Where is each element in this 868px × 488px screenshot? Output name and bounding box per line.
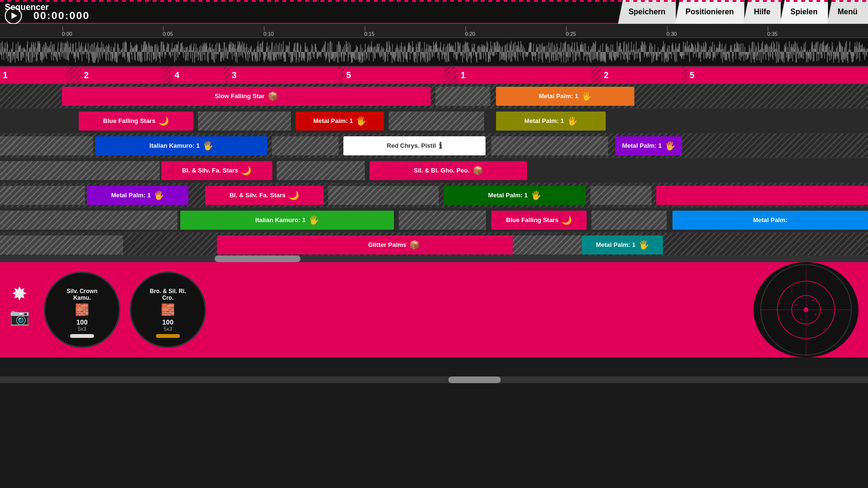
camera-icon: 📷 bbox=[10, 307, 30, 326]
star-icon: 🌙 bbox=[241, 165, 251, 176]
segment-3[interactable]: 3 bbox=[229, 67, 339, 84]
clip-metal-palm-purple2[interactable]: Metal Palm: 1 🖐 bbox=[87, 186, 188, 205]
sub-badge: 5x3 bbox=[78, 326, 86, 332]
clip-bl-silv-fa-stars[interactable]: Bl. & Silv. Fa. Stars 🌙 bbox=[161, 161, 272, 180]
ruler-marks: 0:00 0:05 0:10 0:15 0:20 0:25 0:30 0:35 bbox=[62, 25, 868, 37]
segment-5[interactable]: 5 bbox=[343, 67, 444, 84]
box-icon: 📦 bbox=[473, 165, 483, 176]
ruler-mark: 0:05 bbox=[163, 25, 263, 37]
info-icon: ℹ bbox=[439, 141, 442, 151]
bottom-scrollbar-thumb[interactable] bbox=[448, 376, 501, 383]
star-icon: 🌙 bbox=[158, 116, 169, 126]
track-row: Glitter Palms 📦 Metal Palm: 1 🖐 bbox=[0, 233, 868, 255]
clip-hatched bbox=[435, 87, 490, 106]
clip-metal-palm-cyan[interactable]: Metal Palm: bbox=[672, 211, 868, 230]
track-row: Metal Palm: 1 🖐 Bl. & Silv. Fa. Stars 🌙 … bbox=[0, 183, 868, 208]
clip-icon: 📦 bbox=[268, 91, 278, 102]
clip-hatched bbox=[0, 186, 85, 205]
palm-icon: 🖐 bbox=[154, 190, 164, 201]
clip-hatched bbox=[198, 112, 291, 131]
track-row: Italian Kamuro: 1 🖐 Blue Falling Stars 🌙… bbox=[0, 208, 868, 233]
ruler-mark: 0:25 bbox=[566, 25, 666, 37]
palm-icon: 🖐 bbox=[581, 91, 592, 102]
segment-gap bbox=[67, 67, 81, 84]
scrollbar-thumb[interactable] bbox=[215, 255, 300, 262]
palm-icon: 🖐 bbox=[309, 215, 319, 225]
clip-bl-silv-fa-stars2[interactable]: Bl. & Silv. Fa. Stars 🌙 bbox=[205, 186, 323, 205]
clip-metal-palm-orange[interactable]: Metal Palm: 1 🖐 bbox=[496, 87, 634, 106]
clip-hatched bbox=[0, 161, 160, 180]
bottom-panel: ✸ 📷 ▲| Silv. Crown Kamu. 🧱 100 5x3 Bro. … bbox=[0, 262, 868, 357]
clip-slow-falling-star[interactable]: Slow Falling Star 📦 bbox=[62, 87, 431, 106]
segment-2b[interactable]: 2 bbox=[601, 67, 682, 84]
ruler-mark: 0:15 bbox=[364, 25, 465, 37]
clip-blue-falling-stars[interactable]: Blue Falling Stars 🌙 bbox=[79, 112, 193, 131]
effect-name: Bro. & Sil. Ri. Cro. bbox=[150, 288, 186, 301]
position-button[interactable]: Positionieren bbox=[675, 0, 744, 24]
star-icon: 🌙 bbox=[561, 215, 572, 225]
clip-sil-bl-gho[interactable]: Sil. & Bl. Gho. Peo. 📦 bbox=[370, 161, 527, 180]
segment-gap bbox=[682, 67, 687, 84]
clip-hatched bbox=[328, 186, 439, 205]
svg-point-6 bbox=[796, 304, 797, 306]
count-badge: 100 bbox=[76, 318, 87, 326]
tracks-area: Slow Falling Star 📦 Metal Palm: 1 🖐 Blue… bbox=[0, 84, 868, 255]
clip-hatched bbox=[513, 235, 586, 254]
clip-hatched bbox=[399, 211, 486, 230]
segment-1[interactable]: 1 bbox=[0, 67, 67, 84]
track-row: Blue Falling Stars 🌙 Metal Palm: 1 🖐 Met… bbox=[0, 109, 868, 133]
palm-icon: 🖐 bbox=[203, 141, 213, 151]
effect-silv-crown[interactable]: Silv. Crown Kamu. 🧱 100 5x3 bbox=[44, 272, 120, 348]
help-button[interactable]: Hilfe bbox=[744, 0, 781, 24]
waveform bbox=[0, 38, 868, 67]
clip-italian-kamuro2[interactable]: Italian Kamuro: 1 🖐 bbox=[180, 211, 394, 230]
clip-blue-falling-stars2[interactable]: Blue Falling Stars 🌙 bbox=[491, 211, 587, 230]
segment-5b[interactable]: 5 bbox=[687, 67, 868, 84]
save-button[interactable]: Speichern bbox=[618, 0, 676, 24]
app-title: Sequencer bbox=[5, 2, 49, 12]
clip-metal-palm-teal[interactable]: Metal Palm: 1 🖐 bbox=[582, 235, 663, 254]
ruler-mark: 0:30 bbox=[667, 25, 767, 37]
clip-hatched bbox=[591, 211, 667, 230]
segment-1b[interactable]: 1 bbox=[458, 67, 591, 84]
ruler-mark: 0:10 bbox=[264, 25, 364, 37]
segment-gap bbox=[444, 67, 458, 84]
svg-point-10 bbox=[791, 290, 793, 292]
svg-point-5 bbox=[804, 307, 808, 312]
clip-metal-palm-dkgreen[interactable]: Metal Palm: 1 🖐 bbox=[444, 186, 586, 205]
play-nav-button[interactable]: Spielen bbox=[780, 0, 828, 24]
crosshair-panel bbox=[754, 262, 858, 357]
clip-pink-end[interactable] bbox=[656, 186, 868, 205]
color-bar bbox=[70, 334, 94, 338]
segment-2[interactable]: 2 bbox=[81, 67, 162, 84]
ruler-mark: 0:00 bbox=[62, 25, 163, 37]
palm-icon: 🖐 bbox=[567, 116, 578, 126]
segment-gap bbox=[224, 67, 229, 84]
track-row: Slow Falling Star 📦 Metal Palm: 1 🖐 bbox=[0, 84, 868, 109]
palm-icon: 🖐 bbox=[665, 141, 675, 151]
clip-hatched bbox=[0, 235, 123, 254]
clip-hatched bbox=[590, 186, 651, 205]
starburst-icon: ✸ bbox=[11, 283, 28, 305]
segment-4[interactable]: 4 bbox=[172, 67, 224, 84]
clip-metal-palm-red[interactable]: Metal Palm: 1 🖐 bbox=[296, 112, 384, 131]
effect-bro-sil[interactable]: Bro. & Sil. Ri. Cro. 🧱 100 5x3 bbox=[130, 272, 206, 348]
menu-button[interactable]: Menü bbox=[827, 0, 868, 24]
clip-metal-palm-purple[interactable]: Metal Palm: 1 🖐 bbox=[615, 136, 682, 155]
clip-red-chrys[interactable]: Red Chrys. Pistil ℹ bbox=[343, 136, 486, 155]
bottom-scrollbar-area[interactable] bbox=[0, 376, 868, 383]
clip-hatched bbox=[272, 136, 339, 155]
clip-italian-kamuro[interactable]: Italian Kamuro: 1 🖐 bbox=[95, 136, 267, 155]
crosshair-svg bbox=[758, 262, 854, 357]
header: Sequencer 00:00:000 Speichern Positionie… bbox=[0, 0, 868, 24]
timeline-ruler: 0:00 0:05 0:10 0:15 0:20 0:25 0:30 0:35 bbox=[0, 24, 868, 38]
track-row: Bl. & Silv. Fa. Stars 🌙 Sil. & Bl. Gho. … bbox=[0, 158, 868, 183]
segment-gap bbox=[591, 67, 601, 84]
camera-stand: ▲| bbox=[17, 326, 22, 337]
count-badge: 100 bbox=[162, 318, 173, 326]
svg-point-7 bbox=[815, 314, 816, 315]
clip-metal-palm-olive[interactable]: Metal Palm: 1 🖐 bbox=[496, 112, 606, 131]
box-icon: 📦 bbox=[409, 240, 420, 250]
camera-section: ✸ 📷 ▲| bbox=[10, 283, 30, 337]
scrollbar-area[interactable] bbox=[0, 255, 868, 262]
